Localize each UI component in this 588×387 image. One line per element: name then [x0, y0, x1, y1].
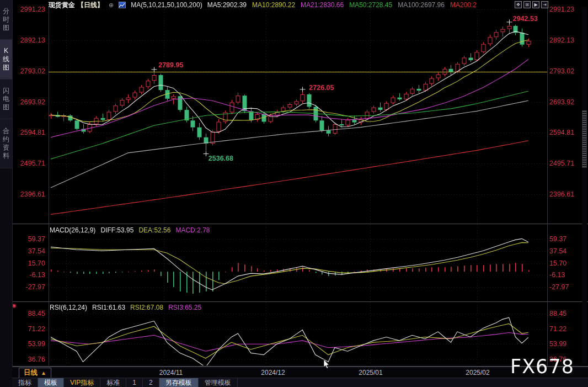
triangle-up-icon: ▲: [41, 370, 46, 376]
ma-legend-item: MA200:2: [450, 1, 477, 9]
ma-legend-item: MA100:2697.96: [398, 1, 445, 9]
sidebar: 分时图K线图闪电图合约资料: [0, 0, 13, 387]
ma-legend-item: MA21:2830.66: [301, 1, 344, 9]
sidebar-tab-label: 分时图: [2, 7, 10, 32]
fit-scale-icon[interactable]: ⊞: [523, 1, 531, 8]
charting-app: 分时图K线图闪电图合约资料 现货黄金【日线】 ⊕ MA(5,10,21,50,1…: [0, 0, 588, 387]
sidebar-tab-label: 合约资料: [2, 127, 10, 160]
sidebar-tab-label: 闪电图: [2, 87, 10, 112]
toolbar-item-1[interactable]: 1: [126, 378, 143, 387]
goto-latest-icon[interactable]: ⇥: [541, 1, 548, 8]
date-tick-label: 2024/11: [159, 369, 183, 377]
symbol-title: 现货黄金: [49, 1, 75, 10]
toolbar-item-2[interactable]: 2: [143, 378, 159, 387]
window-controls: ✥⊞▶⇥: [515, 1, 548, 8]
bottom-toolbar: 指标模板VIP指标标准12另存模板管理模板: [12, 378, 588, 387]
chart-header: 现货黄金【日线】 ⊕ MA(5,10,21,50,100,200) MA5:29…: [49, 1, 477, 9]
macd-params-label: MACD(26,12,9): [50, 226, 95, 234]
chart-canvas: [0, 0, 588, 387]
toolbar-item-标准[interactable]: 标准: [100, 378, 126, 387]
date-tick-label: 2025/01: [359, 369, 382, 377]
ma-legend-item: MA10:2890.22: [252, 1, 295, 9]
ma-legend: MA5:2902.39MA10:2890.22MA21:2830.66MA50:…: [207, 1, 477, 9]
timeline-bar: 日线▲ 2024/112024/122025/012025/02: [12, 367, 588, 378]
mouse-cursor: [323, 359, 330, 369]
indicator-value-label: RSI2:67.08: [130, 304, 163, 311]
period-label: 日线: [24, 369, 38, 377]
play-forward-icon[interactable]: ▶: [532, 1, 539, 8]
sidebar-tab-分时图[interactable]: 分时图: [0, 0, 12, 40]
scrollbar-thumb[interactable]: [582, 110, 587, 168]
expand-icon[interactable]: ⊕: [109, 2, 114, 9]
toolbar-item-模板[interactable]: 模板: [38, 378, 64, 387]
sidebar-tab-K线图[interactable]: K线图: [0, 40, 12, 79]
date-tick-label: 2025/02: [466, 369, 489, 377]
watermark: FX678: [510, 356, 574, 378]
toolbar-item-另存模板[interactable]: 另存模板: [159, 378, 199, 387]
indicator-value-label: DIFF:53.95: [100, 226, 133, 234]
sidebar-tab-合约资料[interactable]: 合约资料: [0, 119, 12, 168]
chart-type-icon[interactable]: [119, 2, 126, 8]
indicator-value-label: DEA:52.56: [138, 226, 170, 234]
ma-legend-item: MA50:2728.45: [349, 1, 392, 9]
indicator-value-label: RSI1:61.63: [92, 304, 125, 311]
ma-legend-item: MA5:2902.39: [207, 1, 247, 9]
indicator-value-label: MACD:2.78: [175, 226, 210, 234]
period-selector[interactable]: 日线▲: [19, 368, 51, 378]
toolbar-item-指标[interactable]: 指标: [12, 378, 38, 387]
date-tick-label: 2024/12: [261, 369, 285, 377]
period-tag: 【日线】: [77, 1, 104, 10]
macd-header: MACD(26,12,9) DIFF:53.95DEA:52.56MACD:2.…: [50, 226, 210, 234]
ma-settings-label: MA(5,10,21,50,100,200): [131, 1, 202, 9]
rsi-params-label: RSI(6,12,24): [50, 304, 87, 311]
rsi-header: RSI(6,12,24) RSI1:61.63RSI2:67.08RSI3:65…: [50, 303, 201, 311]
sidebar-tab-label: K线图: [2, 47, 10, 72]
toolbar-item-VIP指标[interactable]: VIP指标: [64, 378, 100, 387]
pan-icon[interactable]: ✥: [515, 1, 522, 8]
sidebar-tab-闪电图[interactable]: 闪电图: [0, 79, 12, 119]
toolbar-item-管理模板[interactable]: 管理模板: [199, 378, 238, 387]
indicator-value-label: RSI3:65.25: [168, 304, 201, 311]
chart-scrollbar[interactable]: [582, 7, 587, 364]
